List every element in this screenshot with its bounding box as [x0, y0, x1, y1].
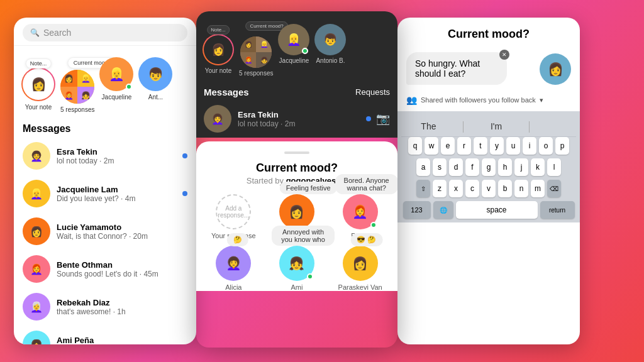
msg-avatar-bente: 👩‍🦰 [23, 255, 50, 283]
message-item-esra[interactable]: 👩‍🦱 Esra Tekin lol not today · 2m [23, 137, 187, 175]
s2-story-jacqueline[interactable]: 👱‍♀️ Jacqueline [278, 19, 309, 77]
key-l[interactable]: l [547, 158, 561, 176]
message-item-lucie[interactable]: 👩 Lucie Yamamoto Wait, is that Connor? ·… [23, 212, 187, 250]
key-h[interactable]: h [498, 158, 512, 176]
modal-online-ami [307, 273, 313, 280]
story-5responses[interactable]: Current mood? 👩 👱‍♀️ 👩‍🦰 👧 5 responses [60, 52, 94, 113]
s2-story-antonio[interactable]: 👦 Antonio B. [314, 19, 346, 77]
msg-avatar-lucie: 👩 [23, 217, 50, 245]
key-v[interactable]: v [482, 180, 496, 197]
key-a[interactable]: a [416, 158, 430, 176]
modal-bubble-bente: Bored. Anyone wanna chat? [335, 174, 397, 194]
story-label-responses: 5 responses [60, 106, 94, 113]
key-123[interactable]: 123 [403, 201, 431, 219]
story-jacqueline[interactable]: 👱‍♀️ Jacqueline [99, 52, 133, 113]
key-z[interactable]: z [433, 180, 447, 197]
key-p[interactable]: p [555, 137, 569, 155]
screen3-chat-area: ✕ So hungry. What should I eat? 👩 [397, 46, 580, 91]
key-k[interactable]: k [531, 158, 545, 176]
keyboard-bottom-row: 123 🌐 space return [401, 201, 576, 219]
s2-message-esra[interactable]: 👩‍🦱 Esra Tekin lol not today · 2m 📷 [196, 100, 397, 138]
modal-bubble-lucie: Feeling festive [280, 182, 337, 194]
msg-info-rebekah: Rebekah Diaz that's awesome! · 1h [57, 298, 187, 316]
modal-handle [284, 151, 309, 154]
key-f[interactable]: f [465, 158, 479, 176]
key-return[interactable]: return [540, 201, 575, 219]
suggestion-im[interactable]: I'm [491, 121, 502, 133]
s2-story-note[interactable]: Note... 👩 Your note [203, 19, 234, 77]
modal-bubble-ami: Annoyed with you know who [272, 226, 335, 246]
shared-info-text: Shared with followers you follow back [421, 96, 536, 104]
suggestion-row: The I'm [401, 118, 576, 137]
s2-label-note: Your note [205, 67, 231, 74]
key-q[interactable]: q [408, 137, 422, 155]
key-w[interactable]: w [425, 137, 438, 155]
s2-avatar-antonio: 👦 [314, 24, 346, 55]
s2-requests[interactable]: Requests [355, 87, 390, 97]
suggestion-the[interactable]: The [421, 121, 436, 133]
key-i[interactable]: i [523, 137, 536, 155]
key-m[interactable]: m [531, 180, 545, 197]
msg-avatar-esra: 👩‍🦱 [23, 142, 50, 170]
story-your-note[interactable]: Note... 👩 Your note [21, 52, 55, 113]
key-n[interactable]: n [514, 180, 528, 197]
dropdown-arrow-icon[interactable]: ▾ [540, 96, 543, 104]
s2-online-dot [302, 48, 308, 54]
key-shift[interactable]: ⇧ [416, 180, 430, 197]
s2-unread-dot [366, 116, 371, 121]
key-j[interactable]: j [514, 158, 528, 176]
key-u[interactable]: u [506, 137, 520, 155]
story-antonio[interactable]: 👦 Ant... [138, 52, 172, 113]
key-x[interactable]: x [449, 180, 463, 197]
message-item-rebekah[interactable]: 👩‍🦳 Rebekah Diaz that's awesome! · 1h [23, 288, 187, 326]
s2-avatar-jacqueline: 👱‍♀️ [278, 24, 309, 55]
msg-avatar-ami: 👧 [23, 331, 50, 344]
modal-current-mood: Current mood? Started by gogoncalves.21 … [196, 141, 397, 291]
key-y[interactable]: y [490, 137, 504, 155]
modal-response-ami[interactable]: Annoyed with you know who 👧 Ami [269, 246, 326, 291]
modal-avatar-lucie: Feeling festive 👩 [279, 194, 314, 229]
message-item-ami[interactable]: 👧 Ami Peña See you soon · 3h [23, 326, 187, 344]
modal-response-alicia[interactable]: 🤔 👩‍🦱 Alicia [205, 246, 262, 291]
online-dot-jacqueline [126, 84, 132, 90]
unread-dot-jacqueline [182, 191, 187, 196]
key-g[interactable]: g [482, 158, 496, 176]
s2-label-antonio: Antonio B. [316, 57, 345, 64]
key-t[interactable]: t [474, 137, 487, 155]
chat-bubble: ✕ So hungry. What should I eat? [406, 52, 507, 85]
key-s[interactable]: s [433, 158, 447, 176]
key-space[interactable]: space [456, 201, 538, 219]
keyboard-row-1: q w e r t y u i o p [401, 137, 576, 155]
search-input: Search [43, 28, 71, 38]
key-c[interactable]: c [465, 180, 479, 197]
modal-response-paraskevi[interactable]: 😎 🤔 👩 Paraskevi Van [331, 246, 389, 291]
modal-bubble-alicia: 🤔 [227, 233, 248, 246]
screen3-header: Current mood? [397, 18, 580, 46]
s2-avatar-note: Note... 👩 [203, 34, 234, 65]
msg-info-bente: Bente Othman Sounds good! Let's do it · … [57, 260, 187, 278]
suggestion-divider-1 [463, 121, 464, 133]
s2-story-responses[interactable]: Current mood? 👩 👱‍♀️ 👩‍🦰 👧 5 responses [239, 19, 273, 77]
close-bubble-btn[interactable]: ✕ [499, 50, 509, 60]
screen3-shared-info: 👥 Shared with followers you follow back … [397, 91, 580, 109]
s2-note-bubble: Note... [207, 25, 230, 35]
key-d[interactable]: d [449, 158, 463, 176]
key-emoji[interactable]: 🌐 [433, 201, 453, 219]
message-item-jacqueline[interactable]: 👱‍♀️ Jacqueline Lam Did you leave yet? ·… [23, 175, 187, 212]
key-b[interactable]: b [498, 180, 512, 197]
key-e[interactable]: e [441, 137, 455, 155]
keyboard-row-2: a s d f g h j k l [401, 158, 576, 176]
search-bar[interactable]: 🔍 Search [23, 24, 187, 41]
s2-section-title: Messages [204, 87, 249, 97]
search-icon: 🔍 [30, 28, 40, 37]
s2-camera-icon[interactable]: 📷 [376, 112, 390, 126]
story-label-antonio: Ant... [148, 94, 163, 101]
screen1-phone: 🔍 Search Note... 👩 Your note Current moo… [14, 18, 196, 344]
modal-avatar-yours: Add a response... [216, 194, 251, 229]
key-backspace[interactable]: ⌫ [547, 180, 561, 197]
modal-name-paraskevi: Paraskevi Van [338, 283, 382, 291]
key-r[interactable]: r [457, 137, 471, 155]
message-item-bente[interactable]: 👩‍🦰 Bente Othman Sounds good! Let's do i… [23, 250, 187, 288]
keyboard-row-3: ⇧ z x c v b n m ⌫ [401, 180, 576, 197]
key-o[interactable]: o [539, 137, 553, 155]
